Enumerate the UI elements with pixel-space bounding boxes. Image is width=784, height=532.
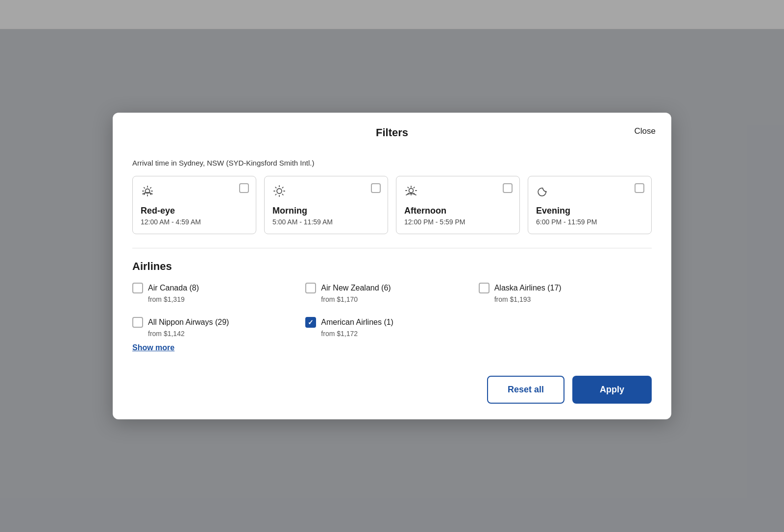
alaska-checkbox[interactable] [479,283,490,293]
red-eye-checkbox[interactable] [239,183,249,193]
morning-title: Morning [272,206,380,216]
afternoon-checkbox[interactable] [503,183,513,193]
evening-range: 6:00 PM - 11:59 PM [536,218,643,226]
ana-price: from $1,142 [132,330,305,338]
time-card-red-eye[interactable]: Red-eye 12:00 AM - 4:59 AM [132,176,256,234]
filters-modal: Filters Close Arrival time in Sydney, NS… [113,113,671,419]
airline-item-air-new-zealand: Air New Zealand (6) from $1,170 [305,283,478,303]
modal-body: Arrival time in Sydney, NSW (SYD-Kingsfo… [113,149,671,364]
close-button[interactable]: Close [635,126,656,136]
modal-title: Filters [376,126,408,139]
afternoon-title: Afternoon [404,206,512,216]
air-new-zealand-name: Air New Zealand (6) [321,284,391,292]
modal-footer: Reset all Apply [113,364,671,419]
morning-icon [272,184,380,201]
time-card-morning[interactable]: Morning 5:00 AM - 11:59 AM [264,176,388,234]
red-eye-icon [141,184,248,201]
arrival-section-label: Arrival time in Sydney, NSW (SYD-Kingsfo… [132,159,652,167]
afternoon-range: 12:00 PM - 5:59 PM [404,218,512,226]
airlines-grid: Air Canada (8) from $1,319 Air New Zeala… [132,283,652,338]
air-new-zealand-checkbox[interactable] [305,283,316,293]
morning-checkbox[interactable] [371,183,381,193]
airline-item-ana: All Nippon Airways (29) from $1,142 [132,317,305,338]
airline-row: Alaska Airlines (17) [479,283,652,293]
airline-item-air-canada: Air Canada (8) from $1,319 [132,283,305,303]
airline-row: All Nippon Airways (29) [132,317,305,328]
airlines-title: Airlines [132,260,652,273]
modal-header: Filters Close [113,113,671,149]
airline-item-alaska: Alaska Airlines (17) from $1,193 [479,283,652,303]
airline-row: Air Canada (8) [132,283,305,293]
evening-checkbox[interactable] [635,183,644,193]
time-card-afternoon[interactable]: Afternoon 12:00 PM - 5:59 PM [396,176,520,234]
evening-title: Evening [536,206,643,216]
modal-overlay: Filters Close Arrival time in Sydney, NS… [0,0,784,532]
airline-row: Air New Zealand (6) [305,283,478,293]
svg-point-1 [277,189,282,193]
air-canada-name: Air Canada (8) [148,284,199,292]
svg-point-2 [409,189,414,193]
american-price: from $1,172 [305,330,478,338]
air-new-zealand-price: from $1,170 [305,295,478,303]
evening-icon [536,184,643,201]
time-cards-grid: Red-eye 12:00 AM - 4:59 AM Morning 5:00 … [132,176,652,234]
ana-checkbox[interactable] [132,317,143,328]
american-checkbox[interactable] [305,317,316,328]
airline-item-american: American Airlines (1) from $1,172 [305,317,478,338]
show-more-link[interactable]: Show more [132,343,174,352]
morning-range: 5:00 AM - 11:59 AM [272,218,380,226]
alaska-price: from $1,193 [479,295,652,303]
afternoon-icon [404,184,512,201]
ana-name: All Nippon Airways (29) [148,318,229,327]
apply-button[interactable]: Apply [572,376,652,404]
air-canada-checkbox[interactable] [132,283,143,293]
alaska-name: Alaska Airlines (17) [494,284,562,292]
time-card-evening[interactable]: Evening 6:00 PM - 11:59 PM [528,176,652,234]
american-name: American Airlines (1) [321,318,393,327]
airline-row: American Airlines (1) [305,317,478,328]
divider [132,248,652,248]
reset-all-button[interactable]: Reset all [487,376,564,404]
red-eye-range: 12:00 AM - 4:59 AM [141,218,248,226]
air-canada-price: from $1,319 [132,295,305,303]
red-eye-title: Red-eye [141,206,248,216]
